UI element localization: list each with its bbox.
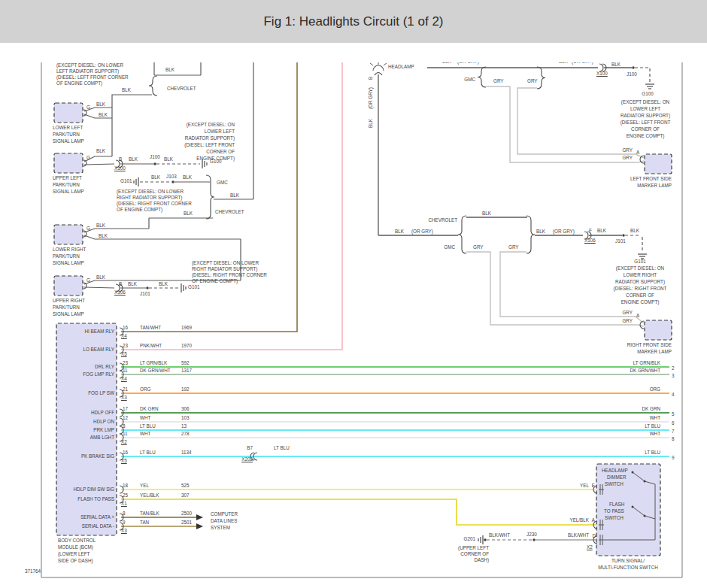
clipped-label: (OR GRY) — [457, 62, 483, 65]
label-components-flash-1: TO PASS — [604, 509, 624, 514]
bcm-pin-number: 17 — [123, 407, 128, 412]
split-brace-mid — [526, 216, 535, 253]
right-edge-pin-number: 6 — [672, 421, 675, 426]
label-notes-except_left4-3: OF ENGINE COMPT) — [56, 81, 102, 86]
wire-color-label: TAN/BLK — [140, 511, 159, 517]
wire-color-label: DK GRN — [140, 407, 159, 412]
label-strings-blk: BLK — [482, 211, 491, 217]
blk-dash-g100-drop — [635, 68, 650, 83]
label-components-lamp_lower_left-2: SIGNAL LAMP — [53, 139, 84, 144]
label-components-lamp_lower_right-0: LOWER RIGHT — [53, 247, 86, 253]
label-notes-except_right4-1: RIGHT RADIATOR SUPPORT) — [192, 267, 257, 272]
label-strings-j101: J101 — [140, 292, 150, 297]
headlamp-bulb-icon — [373, 65, 384, 71]
label-components-computer-0: COMPUTER — [211, 512, 238, 517]
label-strings-blk: BLK — [128, 282, 137, 287]
wire-YEL-BLK-307 — [121, 499, 596, 525]
bcm-pin-label: FOG LP SW — [88, 391, 114, 396]
label-components-lamp_upper_left-2: SIGNAL LAMP — [53, 189, 84, 195]
label-strings-j100: J100 — [150, 155, 160, 160]
dimmer-switch-pivot — [632, 471, 634, 474]
label-notes-except_left4-1: LEFT RADIATOR SUPPORT) — [56, 69, 119, 74]
label-strings-gry: GRY — [622, 311, 633, 316]
circuit-number: 1134 — [181, 450, 192, 456]
wire-color-label: DK GRN/WHT — [140, 368, 171, 374]
bcm-pin-number: 16 — [123, 326, 128, 331]
junction-dot — [153, 162, 156, 165]
bcm-connector-label: X5 — [121, 459, 127, 464]
label-components-dimmer-0: HEADLAMP — [602, 468, 628, 474]
junction-dot — [146, 286, 148, 289]
label-components-computer-1: DATA LINES — [211, 519, 237, 524]
label-strings-blk: BLK — [611, 62, 621, 68]
label-strings-blk: BLK — [122, 88, 131, 93]
label-strings-a: A — [636, 150, 639, 156]
circuit-number: 1970 — [181, 344, 192, 349]
label-notes-except_left4-0: (EXCEPT DIESEL: ON LOWER — [56, 63, 123, 68]
right-edge-wire-label: ORG — [650, 387, 660, 393]
label-notes-except_left6-5: ENGINE COMPT) — [627, 134, 665, 139]
circuit-number: 1969 — [181, 326, 192, 331]
label-strings-blk: BLK — [129, 157, 138, 162]
split-brace-top — [537, 67, 545, 89]
bcm-pin-number: 25 — [123, 493, 128, 499]
bcm-pin-label: AMB LGHT — [90, 435, 114, 441]
bcm-pin-number: 11 — [123, 432, 128, 437]
label-notes-except_right4-2: (DIESEL: RIGHT FRONT CORNER — [192, 273, 267, 278]
right-edge-wire-label: WHT — [650, 432, 660, 437]
wire-color-label: LT GRN/BLK — [140, 361, 167, 366]
label-strings-x106: X106 — [584, 238, 596, 244]
label-strings-blk: BLK — [151, 175, 160, 180]
label-notes-except_right6-0: (EXCEPT DIESEL: ON — [616, 266, 664, 271]
lamp-upper-left-box — [54, 153, 83, 173]
label-strings-x202: X202 — [241, 457, 253, 462]
right-edge-pin-number: 3 — [672, 374, 675, 379]
circuit-number: 1317 — [181, 368, 192, 374]
label-strings-blk: BLK — [395, 229, 404, 235]
headlamp-rays-icon — [370, 62, 387, 65]
circuit-number: 592 — [181, 361, 190, 366]
label-components-switch_label-1: MULTI-FUNCTION SWITCH — [598, 565, 658, 571]
label-strings-e: E — [592, 483, 595, 489]
bcm-pin-label: LO BEAM RLY — [83, 347, 114, 353]
label-strings-blk: BLK — [183, 175, 192, 180]
serial-data-plus-arrow — [196, 514, 203, 520]
blk-wire-15 — [84, 235, 241, 239]
label-notes-except_right4-0: (EXCEPT DIESEL: ON LOWER — [192, 261, 259, 266]
label-strings-headlamp: HEADLAMP — [388, 65, 414, 70]
label-strings-x100: X100 — [114, 166, 126, 171]
label-components-lamp_lower_right-2: SIGNAL LAMP — [53, 261, 84, 266]
label-notes-except_left4-2: (DIESEL: LEFT FRONT CORNER — [56, 75, 129, 80]
label-notes-except_right4-2: (DIESEL: RIGHT FRONT CORNER — [117, 202, 192, 207]
label-notes-g201_note-1: CORNER OF — [460, 552, 489, 557]
circuit-number: 103 — [181, 416, 190, 421]
label-strings-j100: J100 — [627, 72, 637, 77]
label-notes-except_right6-4: CORNER OF — [626, 293, 654, 299]
label-strings-b7: B7 — [247, 446, 253, 451]
label-strings-blk: BLK — [159, 282, 168, 287]
label-strings-g: G — [86, 226, 90, 232]
lamp-lower-left-box — [54, 103, 83, 123]
label-components-lamp_lower_left-0: LOWER LEFT — [53, 126, 83, 131]
bcm-pin-label: PRK LMP — [93, 428, 114, 433]
bcm-connector-label: X1 — [121, 502, 127, 507]
label-components-bcm_label-3: SIDE OF DASH) — [58, 559, 93, 564]
circuit-number: 306 — [181, 407, 190, 412]
right-edge-pin-number: 5 — [672, 412, 675, 417]
label-strings-x2: X2 — [587, 545, 593, 550]
bcm-pin-label: FLASH TO PASS — [77, 497, 114, 502]
junction-dot — [632, 66, 634, 68]
label-notes-except_left6-1: LOWER LEFT — [205, 129, 235, 135]
label-strings-blk_wht: BLK/WHT — [568, 533, 589, 538]
bcm-pin-number: 9 — [123, 520, 126, 526]
bcm-connector-label: X3 — [121, 529, 127, 534]
circuit-number: 2500 — [181, 511, 192, 517]
bcm-pin-label: SERIAL DATA - — [82, 524, 114, 529]
flash-switch-throw — [644, 515, 646, 517]
bcm-connector-label: X4 — [121, 377, 127, 382]
label-strings-gry: GRY — [622, 148, 633, 153]
label-strings-f: F — [589, 229, 592, 234]
bcm-connector-label: X2 — [121, 440, 127, 445]
dimmer-switch-throw — [644, 480, 646, 483]
label-components-bcm_label-1: MODULE (BCM) — [58, 545, 93, 550]
